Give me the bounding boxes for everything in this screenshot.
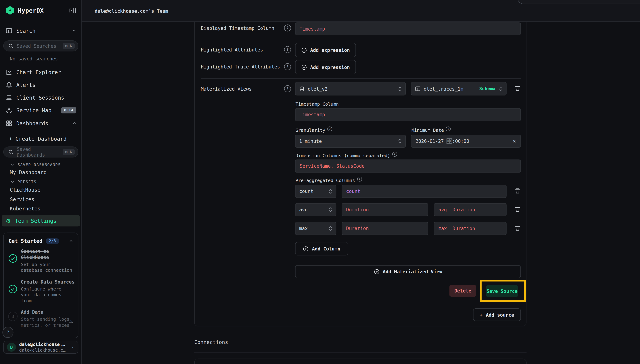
delete-row-trash-icon[interactable] <box>514 188 521 195</box>
presets-group-header[interactable]: PRESETS <box>11 180 37 184</box>
bell-icon <box>6 82 12 88</box>
delete-row-trash-icon[interactable] <box>514 225 521 232</box>
agg-expression-input[interactable]: Duration <box>342 203 428 216</box>
get-started-item-add-data[interactable]: 3 Add Data Start sending logs, metrics, … <box>4 310 78 328</box>
sidebar-item-clickhouse[interactable]: ClickHouse <box>10 187 41 193</box>
saved-searches-input[interactable]: Saved Searches ⌘ K <box>3 40 78 52</box>
table-value: otel_traces_1m <box>424 86 476 92</box>
sidebar-item-search[interactable]: Search <box>0 26 82 35</box>
help-circle-icon[interactable]: ? <box>284 24 291 32</box>
help-circle-icon[interactable]: ? <box>327 126 332 131</box>
saved-dashboards-input[interactable]: Saved Dashboards ⌘ K <box>3 146 78 158</box>
task-subtitle: Set up your database connection <box>21 262 75 274</box>
help-circle-icon[interactable]: ? <box>284 85 291 92</box>
delete-button[interactable]: Delete <box>449 285 476 296</box>
database-value: otel_v2 <box>308 86 395 92</box>
sidebar-item-service-map[interactable]: Service Map BETA <box>0 106 82 114</box>
selected-time-segment: 00 <box>447 138 452 144</box>
dimension-columns-input[interactable]: ServiceName, StatusCode <box>295 160 521 172</box>
delete-view-trash-icon[interactable] <box>514 85 521 92</box>
sidebar-item-services[interactable]: Services <box>10 196 34 202</box>
user-menu[interactable]: D dale@clickhouse.… dale@clickhouse.c… › <box>3 340 78 354</box>
agg-expression-input[interactable]: count <box>342 185 506 198</box>
saved-dashboards-placeholder: Saved Dashboards <box>17 146 60 158</box>
mv-timestamp-input[interactable]: Timestamp <box>295 108 521 121</box>
plus-circle-icon <box>301 47 307 53</box>
shortcut-badge: ⌘ K <box>63 149 75 155</box>
input-value: Timestamp <box>300 26 325 32</box>
field-label: Timestamp Column <box>296 102 339 107</box>
chevron-up-icon[interactable] <box>69 239 73 243</box>
sidebar-item-team-settings[interactable]: ⚙ Team Settings <box>2 215 80 226</box>
get-started-title: Get Started <box>9 238 43 244</box>
agg-expression-input[interactable]: Duration <box>342 222 428 235</box>
select-chevrons-icon <box>329 226 332 231</box>
laptop-icon <box>6 94 12 101</box>
sidebar-item-chart-explorer[interactable]: Chart Explorer <box>0 68 82 77</box>
get-started-item-connect[interactable]: Connect to ClickHouse Set up your databa… <box>4 248 78 274</box>
input-value: avg__Duration <box>438 207 475 212</box>
agg-alias-input[interactable]: avg__Duration <box>434 203 506 216</box>
add-materialized-view-button[interactable]: Add Materialized View <box>295 265 521 278</box>
floating-panel-cutoff <box>517 0 640 4</box>
check-circle-icon <box>8 284 18 304</box>
agg-fn-select[interactable]: avg <box>295 203 336 216</box>
select-chevrons-icon <box>329 207 332 212</box>
select-chevrons-icon <box>398 86 402 92</box>
agg-alias-input[interactable]: max__Duration <box>434 222 506 235</box>
saved-searches-placeholder: Saved Searches <box>17 43 60 49</box>
divider <box>201 41 521 41</box>
button-label: Add source <box>486 312 514 318</box>
beta-badge: BETA <box>61 107 76 113</box>
field-label: Displayed Timestamp Column <box>201 25 274 31</box>
sidebar-item-kubernetes[interactable]: Kubernetes <box>10 206 41 212</box>
sidebar-item-my-dashboard[interactable]: My Dashboard <box>10 169 47 176</box>
sidebar-item-alerts[interactable]: Alerts <box>0 80 82 90</box>
granularity-select[interactable]: 1 minute <box>295 134 406 148</box>
app-logo[interactable]: HyperDX <box>6 6 44 15</box>
service-map-icon <box>6 107 12 114</box>
divider <box>295 260 521 260</box>
shortcut-badge: ⌘ K <box>63 43 75 49</box>
search-icon <box>8 149 14 155</box>
plus-icon: + <box>9 136 12 142</box>
help-button[interactable]: ? <box>3 327 14 338</box>
add-source-button[interactable]: + Add source <box>473 308 521 321</box>
help-circle-icon[interactable]: ? <box>357 177 362 182</box>
chevron-up-icon[interactable] <box>72 28 76 33</box>
clear-date-icon[interactable]: ✕ <box>512 138 516 144</box>
sidebar-item-client-sessions[interactable]: Client Sessions <box>0 93 82 102</box>
help-circle-icon[interactable]: ? <box>284 46 291 53</box>
divider <box>194 352 526 353</box>
agg-fn-select[interactable]: max <box>295 222 336 235</box>
save-source-button[interactable]: Save Source <box>486 285 518 297</box>
field-label: Granularity ? <box>296 128 332 133</box>
get-started-header[interactable]: Get Started 2/3 <box>4 233 78 248</box>
team-settings-label: Team Settings <box>15 218 56 224</box>
sidebar-item-label: Chart Explorer <box>16 69 61 75</box>
task-title: Create Data Sources <box>21 279 75 285</box>
add-expression-button[interactable]: Add expression <box>295 60 356 74</box>
sidebar-item-dashboards[interactable]: Dashboards <box>0 119 82 128</box>
displayed-timestamp-input[interactable]: Timestamp <box>295 22 521 35</box>
add-column-button[interactable]: Add Column <box>295 242 348 255</box>
get-started-item-sources[interactable]: Create Data Sources Configure where your… <box>4 279 78 304</box>
minimum-date-input[interactable]: 2026-01-27 00:00:00 ✕ <box>411 134 521 148</box>
sidebar-collapse-icon[interactable] <box>69 7 76 14</box>
agg-fn-select[interactable]: count <box>295 185 336 198</box>
create-dashboard-button[interactable]: + Create Dashboard <box>3 134 85 143</box>
get-started-card: Get Started 2/3 Connect to ClickHouse Se… <box>3 232 78 338</box>
table-select[interactable]: otel_traces_1m Schema <box>411 82 506 96</box>
chevron-up-icon[interactable] <box>72 121 76 125</box>
add-expression-button[interactable]: Add expression <box>295 43 356 57</box>
divider <box>201 78 521 79</box>
delete-row-trash-icon[interactable] <box>514 206 521 213</box>
granularity-value: 1 minute <box>299 138 395 144</box>
select-chevrons-icon <box>499 86 502 92</box>
help-circle-icon[interactable]: ? <box>284 63 291 70</box>
database-select[interactable]: otel_v2 <box>295 82 406 96</box>
saved-dashboards-group-header[interactable]: SAVED DASHBOARDS <box>11 162 61 167</box>
help-circle-icon[interactable]: ? <box>392 152 397 156</box>
schema-link[interactable]: Schema <box>479 86 496 91</box>
help-circle-icon[interactable]: ? <box>446 126 451 131</box>
